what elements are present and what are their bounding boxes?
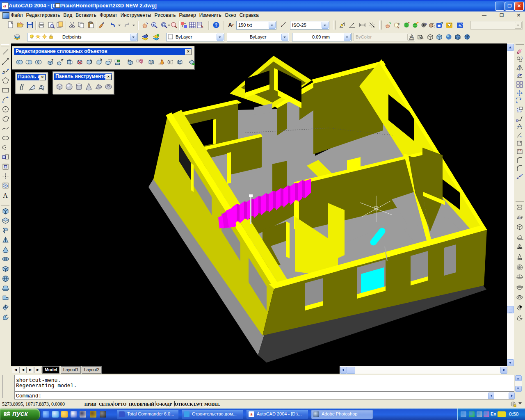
svg-text:A: A xyxy=(228,22,232,28)
svg-text:a: a xyxy=(419,36,420,39)
svg-text:→: → xyxy=(433,23,436,26)
svg-text:A: A xyxy=(411,35,413,39)
svg-text:+: + xyxy=(390,22,391,25)
svg-text:±: ± xyxy=(153,23,155,27)
svg-text:A: A xyxy=(3,192,8,199)
svg-text:?: ? xyxy=(215,23,218,27)
svg-text:±: ± xyxy=(398,22,400,25)
